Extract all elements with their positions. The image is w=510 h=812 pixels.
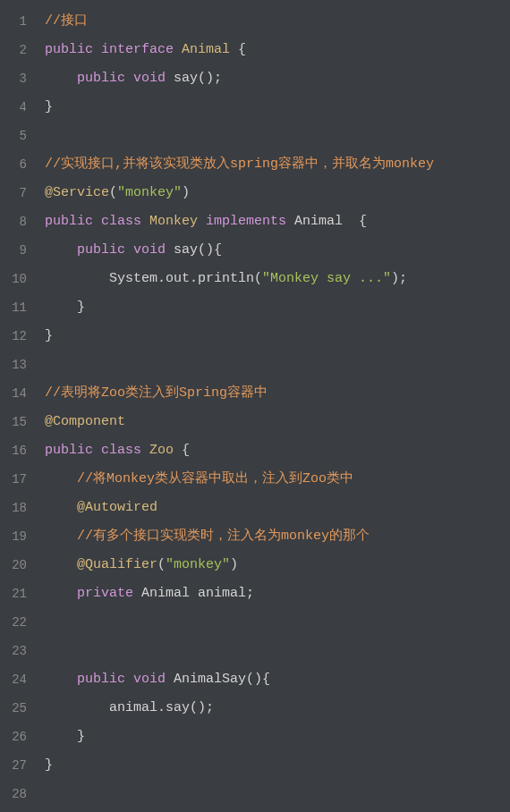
indent [45,271,109,286]
code-line [38,637,510,665]
token-default: ( [109,185,117,200]
code-line: public void say(); [38,64,510,93]
token-default [125,71,133,86]
indent [45,729,77,744]
token-keyword: public [45,42,93,57]
code-line: } [38,723,510,751]
line-number: 5 [0,122,38,150]
token-default: ) [230,557,238,572]
token-annotation: @Qualifier [77,557,157,572]
line-number: 1 [0,7,38,36]
line-number: 19 [0,522,38,551]
line-number: 21 [0,579,38,608]
code-line: } [38,293,510,322]
token-comment: //有多个接口实现类时，注入名为monkey的那个 [77,529,370,544]
token-default: } [45,99,53,114]
code-line [38,608,510,637]
code-line: //有多个接口实现类时，注入名为monkey的那个 [38,522,510,551]
indent [45,300,77,315]
code-line: //表明将Zoo类注入到Spring容器中 [38,379,510,408]
line-number: 26 [0,723,38,751]
line-number: 25 [0,694,38,723]
code-line: private Animal animal; [38,579,510,608]
token-default [141,214,149,229]
line-number: 11 [0,293,38,322]
token-default: { [174,443,190,458]
token-default [125,672,133,687]
token-default: } [77,300,85,315]
code-line: public void AnimalSay(){ [38,665,510,694]
line-number: 23 [0,637,38,665]
token-default [93,42,101,57]
line-number: 3 [0,64,38,93]
token-default: ); [391,271,407,286]
line-number: 22 [0,608,38,637]
code-line: public void say(){ [38,236,510,265]
token-comment: //表明将Zoo类注入到Spring容器中 [45,385,268,401]
token-default: say(); [166,71,222,86]
token-comment: //将Monkey类从容器中取出，注入到Zoo类中 [77,471,353,486]
token-default [125,242,133,258]
code-line: } [38,751,510,780]
token-keyword: public [77,71,125,86]
token-keyword: implements [206,214,286,229]
token-default: Animal animal; [133,586,254,601]
line-number: 6 [0,150,38,179]
token-keyword: void [133,242,166,258]
token-default [93,443,101,458]
indent [45,557,77,572]
token-keyword: private [77,586,133,601]
code-line: //实现接口,并将该实现类放入spring容器中，并取名为monkey [38,150,510,179]
token-default: } [45,757,53,773]
token-string: "Monkey say ..." [262,271,391,286]
line-number: 7 [0,179,38,207]
code-line [38,780,510,808]
token-keyword: public [45,214,93,229]
token-keyword: public [45,443,93,458]
indent [45,586,77,601]
token-type: Zoo [149,443,174,458]
token-string: "monkey" [117,185,182,200]
token-default: System.out.println( [109,271,262,286]
token-default: say(){ [166,242,222,258]
code-line: public class Monkey implements Animal { [38,207,510,236]
code-line [38,351,510,379]
code-line [38,122,510,150]
line-number: 9 [0,236,38,265]
indent [45,672,77,687]
indent [45,700,109,715]
token-default [174,42,182,57]
code-editor: 1234567891011121314151617181920212223242… [0,0,510,812]
line-number-gutter: 1234567891011121314151617181920212223242… [0,0,38,812]
token-annotation: @Autowired [77,500,157,515]
token-keyword: interface [101,42,174,57]
indent [45,71,77,86]
token-annotation: @Component [45,414,125,429]
indent [45,529,77,544]
token-default: } [45,328,53,343]
indent [45,242,77,258]
code-line: } [38,93,510,122]
line-number: 15 [0,408,38,436]
line-number: 27 [0,751,38,780]
code-line: //将Monkey类从容器中取出，注入到Zoo类中 [38,465,510,494]
line-number: 10 [0,265,38,293]
token-comment: //接口 [45,13,88,29]
token-default: Animal { [286,214,367,229]
code-content: //接口public interface Animal { public voi… [38,0,510,812]
token-default: { [230,42,246,57]
token-keyword: void [133,71,166,86]
token-type: Animal [182,42,230,57]
line-number: 17 [0,465,38,494]
line-number: 18 [0,494,38,522]
code-line: @Service("monkey") [38,179,510,207]
token-default: ( [157,557,166,572]
token-keyword: class [101,214,141,229]
line-number: 12 [0,322,38,351]
line-number: 8 [0,207,38,236]
indent [45,471,77,486]
token-annotation: @Service [45,185,109,200]
token-default: ) [182,185,190,200]
code-line: } [38,322,510,351]
token-keyword: public [77,672,125,687]
